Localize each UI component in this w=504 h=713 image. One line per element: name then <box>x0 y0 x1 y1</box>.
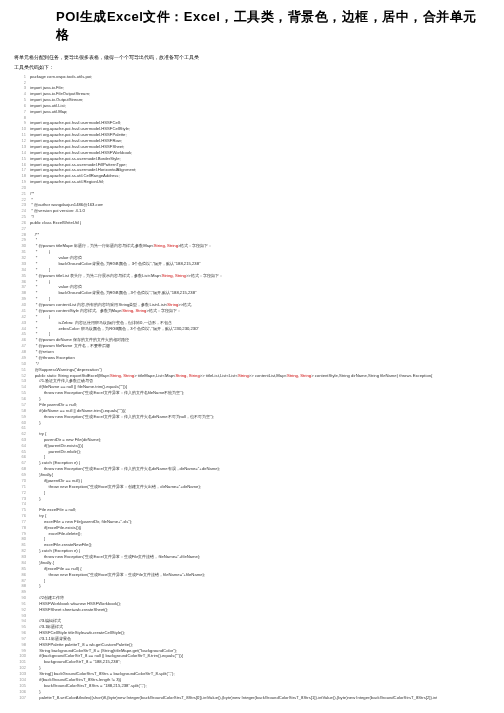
line-number: 104 <box>14 677 26 683</box>
line-number: 39 <box>14 296 26 302</box>
line-number: 45 <box>14 331 26 337</box>
line-number: 99 <box>14 648 26 654</box>
line-number: 29 <box>14 237 26 243</box>
line-number: 50 <box>14 361 26 367</box>
line-number: 60 <box>14 420 26 426</box>
line-number: 6 <box>14 103 26 109</box>
line-number: 87 <box>14 578 26 584</box>
line-number: 12 <box>14 138 26 144</box>
code-text: throw new Exception("生成Excel文件异常：传入的文件夹名… <box>30 414 214 420</box>
line-number: 92 <box>14 607 26 613</box>
line-number: 42 <box>14 314 26 320</box>
line-number: 85 <box>14 566 26 572</box>
line-number: 106 <box>14 689 26 695</box>
code-text: throw new Exception("生成Excel文件异常：生成File文… <box>30 572 205 578</box>
line-number: 18 <box>14 173 26 179</box>
line-number: 1 <box>14 74 26 80</box>
line-number: 54 <box>14 384 26 390</box>
line-number: 11 <box>14 132 26 138</box>
line-number: 37 <box>14 284 26 290</box>
line-number: 81 <box>14 542 26 548</box>
line-number: 96 <box>14 630 26 636</box>
line-number: 86 <box>14 572 26 578</box>
line-number: 40 <box>14 302 26 308</box>
line-number: 78 <box>14 525 26 531</box>
line-number: 102 <box>14 665 26 671</box>
line-number: 34 <box>14 267 26 273</box>
line-number: 103 <box>14 671 26 677</box>
line-number: 83 <box>14 554 26 560</box>
line-number: 47 <box>14 343 26 349</box>
line-number: 79 <box>14 531 26 537</box>
line-number: 24 <box>14 208 26 214</box>
line-number: 14 <box>14 150 26 156</box>
line-number: 65 <box>14 449 26 455</box>
line-number: 69 <box>14 472 26 478</box>
line-number: 82 <box>14 548 26 554</box>
line-number: 49 <box>14 355 26 361</box>
line-number: 46 <box>14 337 26 343</box>
line-number: 90 <box>14 595 26 601</box>
line-number: 16 <box>14 162 26 168</box>
line-number: 75 <box>14 507 26 513</box>
code-text: import java.util.Map; <box>30 109 67 115</box>
line-number: 63 <box>14 437 26 443</box>
code-text: * @version poi version: 4.1.0 <box>30 208 85 214</box>
line-number: 31 <box>14 249 26 255</box>
line-number: 95 <box>14 624 26 630</box>
line-number: 48 <box>14 349 26 355</box>
line-number: 100 <box>14 653 26 659</box>
code-text: } <box>30 583 41 589</box>
line-number: 32 <box>14 255 26 261</box>
line-number: 72 <box>14 490 26 496</box>
line-number: 22 <box>14 197 26 203</box>
code-text: package com.xwpx.tools.utils.poi; <box>30 74 92 80</box>
code-text: } <box>30 420 41 426</box>
line-number: 19 <box>14 179 26 185</box>
code-text: backgroundColorStrT_8 = "188,215,238"; <box>30 659 121 665</box>
line-number: 43 <box>14 320 26 326</box>
line-number: 5 <box>14 97 26 103</box>
line-number: 58 <box>14 408 26 414</box>
line-number: 3 <box>14 85 26 91</box>
line-number: 15 <box>14 156 26 162</box>
line-number: 98 <box>14 642 26 648</box>
line-number: 73 <box>14 496 26 502</box>
code-text: * zebraColor: 斑马纹颜色，为RGB颜色，3个色值以","隔开，默认… <box>30 326 199 332</box>
line-number: 80 <box>14 536 26 542</box>
line-number: 4 <box>14 91 26 97</box>
line-number: 35 <box>14 273 26 279</box>
code-text: throw new Exception("生成Excel文件异常：创建文件夹出错… <box>30 484 201 490</box>
line-number: 25 <box>14 214 26 220</box>
code-block: 1package com.xwpx.tools.utils.poi;23impo… <box>14 74 490 700</box>
line-number: 26 <box>14 220 26 226</box>
line-number: 21 <box>14 191 26 197</box>
article-title: POI生成Excel文件：Excel，工具类，背景色，边框，居中，合并单元格 <box>14 8 490 44</box>
line-number: 77 <box>14 519 26 525</box>
code-text: } <box>30 496 41 502</box>
code-text: paletteT_8.setColorAtIndex((short)8,(byt… <box>30 695 437 701</box>
line-number: 62 <box>14 431 26 437</box>
intro-paragraph-1: 将单元格分配到任务，要导出很多表格，做得一个个写导出代码，故准备写个工具类 <box>14 54 490 60</box>
line-number: 64 <box>14 443 26 449</box>
code-text: backGroundColorStrsT_8Strs = "188,215,23… <box>30 683 147 689</box>
code-text: public class ExcelWriteUtil { <box>30 220 81 226</box>
document-page: POI生成Excel文件：Excel，工具类，背景色，边框，居中，合并单元格 将… <box>0 0 504 708</box>
code-text: * backGroundColor:背景色,为RGB颜色，3个色值以","隔开,… <box>30 290 197 296</box>
line-number: 97 <box>14 636 26 642</box>
code-text: import org.apache.poi.ss.util.RegionUtil… <box>30 179 104 185</box>
code-text: HSSFSheet sheet=wb.createSheet(); <box>30 607 108 613</box>
line-number: 28 <box>14 232 26 238</box>
line-number: 56 <box>14 396 26 402</box>
line-number: 7 <box>14 109 26 115</box>
code-text: throw new Exception("生成Excel文件异常：传入的文件夹名… <box>30 466 220 472</box>
code-text: * @param contentStyle 内容样式, 参数为Map<Strin… <box>30 308 181 314</box>
line-number: 66 <box>14 454 26 460</box>
line-number: 67 <box>14 460 26 466</box>
line-number: 38 <box>14 290 26 296</box>
line-number: 88 <box>14 583 26 589</box>
line-number: 71 <box>14 484 26 490</box>
line-number: 17 <box>14 167 26 173</box>
line-number: 57 <box>14 402 26 408</box>
intro-paragraph-2: 工具类代码如下： <box>14 64 490 70</box>
